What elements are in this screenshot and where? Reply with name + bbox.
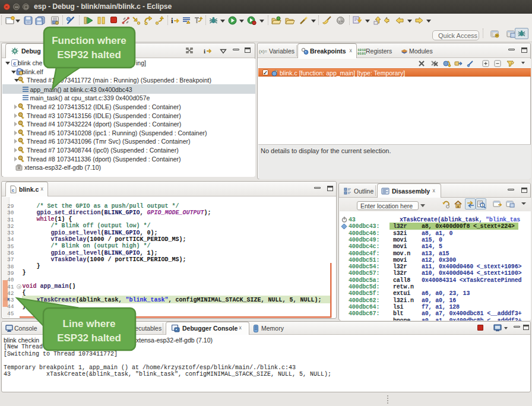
svg-text:(x)=: (x)= (259, 49, 267, 54)
svg-text:i: i (204, 47, 205, 55)
svg-text:c: c (12, 188, 15, 193)
svg-text:c: c (13, 61, 16, 67)
svg-text:i: i (171, 16, 173, 25)
svg-text:0101: 0101 (357, 52, 366, 55)
